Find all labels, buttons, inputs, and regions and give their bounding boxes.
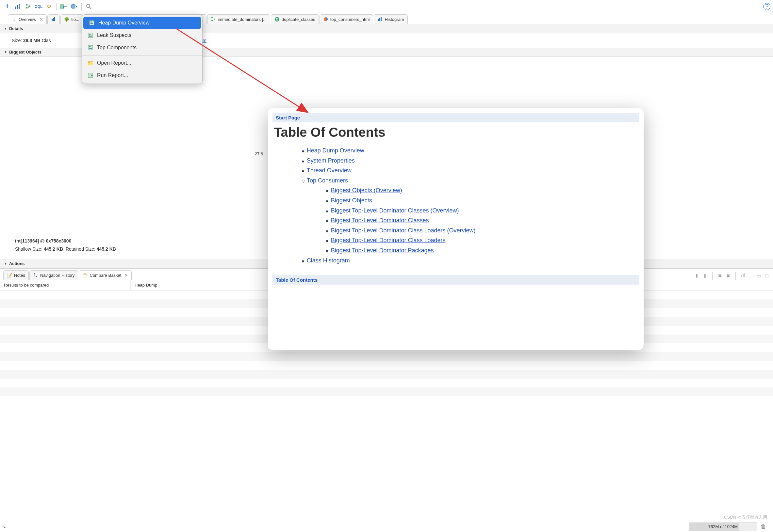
tab-top-consumers[interactable]: top_consumers_html xyxy=(320,14,373,24)
toc-link[interactable]: Biggest Objects (Overview) xyxy=(331,187,402,194)
svg-rect-28 xyxy=(36,276,37,277)
toc-link[interactable]: Thread Overview xyxy=(307,167,352,174)
separator xyxy=(81,3,82,10)
tab-overview[interactable]: i Overview ✕ xyxy=(8,14,47,24)
tree-icon xyxy=(211,17,216,22)
close-icon[interactable]: ✕ xyxy=(124,273,128,278)
chart-value: 27.6 xyxy=(255,151,263,156)
toc-link[interactable]: Class Histogram xyxy=(307,257,350,264)
toc-item: ▽Top Consumers xyxy=(302,176,639,186)
svg-rect-12 xyxy=(53,18,54,21)
svg-rect-37 xyxy=(89,34,90,35)
toc-link[interactable]: Biggest Top-Level Dominator Class Loader… xyxy=(331,237,446,243)
toc-link[interactable]: Top Consumers xyxy=(307,177,348,184)
toc-subitem: ■Biggest Top-Level Dominator Class Loade… xyxy=(302,226,639,236)
dd-leak-suspects[interactable]: Leak Suspects xyxy=(82,29,202,41)
tab-histogram-2[interactable]: Histogram xyxy=(374,14,407,24)
tab-label: Notes xyxy=(14,273,25,278)
gc-icon[interactable]: 🗑 xyxy=(761,523,766,530)
memory-bar[interactable]: 762M of 1024M xyxy=(689,523,757,531)
separator xyxy=(751,272,751,280)
oql-icon[interactable]: OQL xyxy=(34,2,43,11)
close-icon[interactable]: ✕ xyxy=(39,17,43,22)
svg-line-10 xyxy=(89,7,91,9)
toc-link[interactable]: Biggest Objects xyxy=(331,197,372,204)
tab-label: Navigation History xyxy=(40,273,75,278)
main-toolbar: i OQL ⚙ ▼ ▼ ? xyxy=(0,0,773,13)
toc-link[interactable]: Biggest Top-Level Dominator Classes xyxy=(331,217,429,224)
table-row xyxy=(0,379,773,387)
clas-text: Clas xyxy=(42,38,51,43)
svg-rect-20 xyxy=(212,17,213,18)
minimize-icon[interactable]: ▭ xyxy=(756,273,761,279)
remove-icon[interactable]: ✖ xyxy=(718,273,722,279)
svg-rect-39 xyxy=(88,45,93,50)
svg-rect-35 xyxy=(90,23,93,24)
tab-label: Overview xyxy=(19,17,36,22)
tree-icon: 🌳 xyxy=(64,17,69,22)
dd-open-report[interactable]: 📁Open Report... xyxy=(82,57,202,69)
run-query-icon[interactable]: ▼ xyxy=(59,2,68,11)
section-title: Details xyxy=(9,26,23,31)
toc-link[interactable]: Biggest Top-Level Dominator Classes (Ove… xyxy=(331,207,459,214)
tree-icon[interactable] xyxy=(24,2,33,11)
svg-rect-30 xyxy=(741,275,742,277)
search-icon[interactable] xyxy=(84,2,93,11)
expand-icon[interactable]: ▽ xyxy=(302,179,305,183)
dd-label: Run Report... xyxy=(97,72,128,78)
start-page-link[interactable]: Start Page xyxy=(276,115,300,120)
toc-subitem: ■Biggest Top-Level Dominator Class Loade… xyxy=(302,235,639,245)
query-browser-icon[interactable]: ▼ xyxy=(70,2,79,11)
tab-compare-basket[interactable]: Compare Basket✕ xyxy=(79,270,132,280)
tab-duplicate-classes[interactable]: Cduplicate_classes xyxy=(271,14,319,24)
dd-heap-overview[interactable]: Heap Dump Overview xyxy=(83,17,201,29)
svg-rect-24 xyxy=(378,19,379,21)
shallow-label: Shallow Size: xyxy=(15,246,42,252)
svg-rect-41 xyxy=(89,48,92,49)
section-title: Actions xyxy=(9,261,25,266)
object-name: int[113964] @ 0x758c3000 xyxy=(15,237,116,245)
maximize-icon[interactable]: □ xyxy=(765,273,768,279)
histogram-icon[interactable] xyxy=(13,2,22,11)
tab-tio[interactable]: 🌳tio... xyxy=(60,14,83,24)
col-results[interactable]: Results to be compared xyxy=(0,280,131,290)
tab-immediate-dominators[interactable]: immediate_dominators [... xyxy=(207,14,271,24)
nav-icon xyxy=(33,273,38,278)
pie-icon xyxy=(323,17,328,22)
compare-icon xyxy=(82,273,87,278)
svg-rect-13 xyxy=(54,17,55,21)
down-icon[interactable]: ⬇ xyxy=(695,273,699,279)
collapse-icon: ▼ xyxy=(4,50,7,54)
help-icon[interactable]: ? xyxy=(763,3,770,10)
svg-rect-0 xyxy=(15,7,16,9)
toc-item: ■Class Histogram xyxy=(302,256,639,266)
toc-link[interactable]: System Properties xyxy=(307,157,355,164)
up-icon[interactable]: ⬆ xyxy=(703,273,707,279)
histogram-icon[interactable] xyxy=(741,273,746,279)
info-icon[interactable]: i xyxy=(3,2,12,11)
tab-nav-history[interactable]: Navigation History xyxy=(29,270,78,280)
collapse-icon: ▼ xyxy=(4,27,7,30)
toc-link[interactable]: Heap Dump Overview xyxy=(307,147,364,154)
size-label: Size: xyxy=(12,38,22,43)
table-row xyxy=(0,361,773,370)
svg-rect-40 xyxy=(89,46,90,47)
tab-notes[interactable]: 📝Notes xyxy=(3,270,29,280)
tab-histogram-1[interactable] xyxy=(47,14,60,24)
memory-box: 762M of 1024M 🗑 xyxy=(689,523,773,531)
toc-footer-link[interactable]: Table Of Contents xyxy=(276,277,318,283)
toc-item: ■Thread Overview xyxy=(302,165,639,176)
dd-label: Open Report... xyxy=(97,60,131,66)
circle-c-icon: C xyxy=(275,17,280,22)
remove-all-icon[interactable]: ✖ xyxy=(726,273,730,279)
toc-list: ■Heap Dump Overview ■System Properties ■… xyxy=(273,146,639,265)
dd-top-components[interactable]: Top Components xyxy=(82,41,202,54)
histogram-icon xyxy=(377,17,383,22)
tab-label: top_consumers_html xyxy=(330,17,370,22)
toc-link[interactable]: Biggest Top-Level Dominator Class Loader… xyxy=(331,227,476,234)
svg-rect-6 xyxy=(60,5,64,8)
dd-run-report[interactable]: Run Report... xyxy=(82,69,202,82)
toc-link[interactable]: Biggest Top-Level Dominator Packages xyxy=(331,247,434,254)
popup-title: Table Of Contents xyxy=(273,122,639,146)
gear-icon[interactable]: ⚙ xyxy=(44,2,54,11)
